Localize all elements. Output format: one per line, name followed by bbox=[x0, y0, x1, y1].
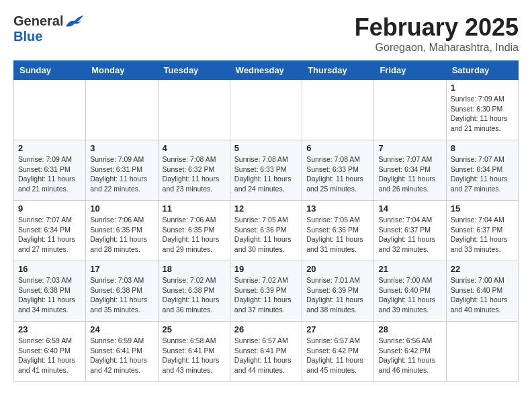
calendar-week-row: 9Sunrise: 7:07 AM Sunset: 6:34 PM Daylig… bbox=[14, 201, 519, 261]
title-section: February 2025 Goregaon, Maharashtra, Ind… bbox=[355, 13, 519, 54]
calendar-cell bbox=[14, 80, 86, 140]
calendar-cell: 19Sunrise: 7:02 AM Sunset: 6:39 PM Dayli… bbox=[230, 261, 302, 322]
day-number: 15 bbox=[451, 203, 514, 214]
day-number: 18 bbox=[163, 264, 226, 274]
calendar-header-saturday: Saturday bbox=[446, 61, 518, 80]
calendar-cell: 14Sunrise: 7:04 AM Sunset: 6:37 PM Dayli… bbox=[374, 201, 446, 261]
day-number: 21 bbox=[378, 264, 441, 274]
logo-blue-text: Blue bbox=[13, 29, 42, 44]
calendar-cell: 2Sunrise: 7:09 AM Sunset: 6:31 PM Daylig… bbox=[14, 140, 86, 201]
month-title: February 2025 bbox=[355, 13, 519, 42]
day-info: Sunrise: 6:58 AM Sunset: 6:41 PM Dayligh… bbox=[163, 336, 226, 375]
day-number: 22 bbox=[451, 264, 514, 274]
day-number: 16 bbox=[18, 264, 81, 274]
day-info: Sunrise: 6:57 AM Sunset: 6:41 PM Dayligh… bbox=[234, 336, 298, 375]
calendar-header-thursday: Thursday bbox=[302, 61, 374, 80]
calendar-cell: 23Sunrise: 6:59 AM Sunset: 6:40 PM Dayli… bbox=[14, 322, 86, 382]
logo: General Blue bbox=[13, 13, 85, 44]
day-info: Sunrise: 7:06 AM Sunset: 6:35 PM Dayligh… bbox=[163, 215, 226, 255]
day-info: Sunrise: 6:56 AM Sunset: 6:42 PM Dayligh… bbox=[378, 336, 441, 375]
day-number: 24 bbox=[90, 324, 153, 334]
day-info: Sunrise: 7:00 AM Sunset: 6:40 PM Dayligh… bbox=[451, 275, 514, 315]
calendar-week-row: 23Sunrise: 6:59 AM Sunset: 6:40 PM Dayli… bbox=[14, 322, 519, 382]
day-number: 26 bbox=[234, 324, 298, 334]
calendar-cell bbox=[158, 80, 230, 140]
calendar-cell bbox=[230, 80, 302, 140]
day-number: 10 bbox=[90, 203, 153, 214]
calendar-cell: 13Sunrise: 7:05 AM Sunset: 6:36 PM Dayli… bbox=[302, 201, 374, 261]
calendar-cell: 17Sunrise: 7:03 AM Sunset: 6:38 PM Dayli… bbox=[86, 261, 158, 322]
calendar-week-row: 2Sunrise: 7:09 AM Sunset: 6:31 PM Daylig… bbox=[14, 140, 519, 201]
calendar-cell: 15Sunrise: 7:04 AM Sunset: 6:37 PM Dayli… bbox=[446, 201, 518, 261]
page-header: General Blue February 2025 Goregaon, Mah… bbox=[13, 13, 519, 54]
calendar-cell: 26Sunrise: 6:57 AM Sunset: 6:41 PM Dayli… bbox=[230, 322, 302, 382]
calendar-cell: 27Sunrise: 6:57 AM Sunset: 6:42 PM Dayli… bbox=[302, 322, 374, 382]
calendar-header-wednesday: Wednesday bbox=[230, 61, 302, 80]
calendar-header-monday: Monday bbox=[86, 61, 158, 80]
day-info: Sunrise: 7:07 AM Sunset: 6:34 PM Dayligh… bbox=[18, 215, 81, 255]
day-number: 13 bbox=[306, 203, 369, 214]
calendar-cell: 20Sunrise: 7:01 AM Sunset: 6:39 PM Dayli… bbox=[302, 261, 374, 322]
calendar-cell: 12Sunrise: 7:05 AM Sunset: 6:36 PM Dayli… bbox=[230, 201, 302, 261]
logo-general-text: General bbox=[13, 13, 63, 29]
day-info: Sunrise: 7:08 AM Sunset: 6:32 PM Dayligh… bbox=[163, 154, 226, 194]
day-info: Sunrise: 6:57 AM Sunset: 6:42 PM Dayligh… bbox=[306, 336, 369, 375]
day-number: 19 bbox=[234, 264, 298, 274]
day-number: 1 bbox=[451, 83, 514, 93]
day-number: 14 bbox=[378, 203, 441, 214]
day-info: Sunrise: 7:03 AM Sunset: 6:38 PM Dayligh… bbox=[90, 275, 153, 315]
day-info: Sunrise: 7:01 AM Sunset: 6:39 PM Dayligh… bbox=[306, 275, 369, 315]
calendar-table: SundayMondayTuesdayWednesdayThursdayFrid… bbox=[13, 60, 519, 382]
day-number: 9 bbox=[18, 203, 81, 214]
day-info: Sunrise: 7:07 AM Sunset: 6:34 PM Dayligh… bbox=[378, 154, 441, 194]
day-info: Sunrise: 7:03 AM Sunset: 6:38 PM Dayligh… bbox=[18, 275, 81, 315]
day-info: Sunrise: 7:07 AM Sunset: 6:34 PM Dayligh… bbox=[451, 154, 514, 194]
day-info: Sunrise: 7:02 AM Sunset: 6:39 PM Dayligh… bbox=[234, 275, 298, 315]
day-number: 2 bbox=[18, 143, 81, 153]
calendar-cell: 7Sunrise: 7:07 AM Sunset: 6:34 PM Daylig… bbox=[374, 140, 446, 201]
calendar-cell: 8Sunrise: 7:07 AM Sunset: 6:34 PM Daylig… bbox=[446, 140, 518, 201]
day-number: 8 bbox=[451, 143, 514, 153]
calendar-cell: 24Sunrise: 6:59 AM Sunset: 6:41 PM Dayli… bbox=[86, 322, 158, 382]
day-number: 17 bbox=[90, 264, 153, 274]
calendar-cell: 25Sunrise: 6:58 AM Sunset: 6:41 PM Dayli… bbox=[158, 322, 230, 382]
day-number: 11 bbox=[163, 203, 226, 214]
day-number: 28 bbox=[378, 324, 441, 334]
day-number: 27 bbox=[306, 324, 369, 334]
day-info: Sunrise: 7:05 AM Sunset: 6:36 PM Dayligh… bbox=[306, 215, 369, 255]
day-number: 5 bbox=[234, 143, 298, 153]
day-info: Sunrise: 7:04 AM Sunset: 6:37 PM Dayligh… bbox=[451, 215, 514, 255]
calendar-cell: 4Sunrise: 7:08 AM Sunset: 6:32 PM Daylig… bbox=[158, 140, 230, 201]
calendar-cell: 5Sunrise: 7:08 AM Sunset: 6:33 PM Daylig… bbox=[230, 140, 302, 201]
calendar-cell bbox=[302, 80, 374, 140]
day-info: Sunrise: 7:06 AM Sunset: 6:35 PM Dayligh… bbox=[90, 215, 153, 255]
day-info: Sunrise: 6:59 AM Sunset: 6:41 PM Dayligh… bbox=[90, 336, 153, 375]
calendar-cell: 21Sunrise: 7:00 AM Sunset: 6:40 PM Dayli… bbox=[374, 261, 446, 322]
day-number: 23 bbox=[18, 324, 81, 334]
calendar-cell: 10Sunrise: 7:06 AM Sunset: 6:35 PM Dayli… bbox=[86, 201, 158, 261]
calendar-cell: 6Sunrise: 7:08 AM Sunset: 6:33 PM Daylig… bbox=[302, 140, 374, 201]
day-info: Sunrise: 7:02 AM Sunset: 6:38 PM Dayligh… bbox=[163, 275, 226, 315]
day-info: Sunrise: 7:00 AM Sunset: 6:40 PM Dayligh… bbox=[378, 275, 441, 315]
calendar-cell bbox=[446, 322, 518, 382]
calendar-week-row: 1Sunrise: 7:09 AM Sunset: 6:30 PM Daylig… bbox=[14, 80, 519, 140]
calendar-cell: 18Sunrise: 7:02 AM Sunset: 6:38 PM Dayli… bbox=[158, 261, 230, 322]
calendar-header-row: SundayMondayTuesdayWednesdayThursdayFrid… bbox=[14, 61, 519, 80]
day-number: 3 bbox=[90, 143, 153, 153]
day-info: Sunrise: 6:59 AM Sunset: 6:40 PM Dayligh… bbox=[18, 336, 81, 375]
day-number: 7 bbox=[378, 143, 441, 153]
day-info: Sunrise: 7:05 AM Sunset: 6:36 PM Dayligh… bbox=[234, 215, 298, 255]
day-info: Sunrise: 7:09 AM Sunset: 6:31 PM Dayligh… bbox=[18, 154, 81, 194]
location-title: Goregaon, Maharashtra, India bbox=[355, 42, 519, 54]
day-number: 4 bbox=[163, 143, 226, 153]
calendar-cell bbox=[374, 80, 446, 140]
logo-bird-icon bbox=[64, 14, 85, 29]
calendar-cell: 28Sunrise: 6:56 AM Sunset: 6:42 PM Dayli… bbox=[374, 322, 446, 382]
day-number: 20 bbox=[306, 264, 369, 274]
day-info: Sunrise: 7:08 AM Sunset: 6:33 PM Dayligh… bbox=[306, 154, 369, 194]
calendar-cell: 9Sunrise: 7:07 AM Sunset: 6:34 PM Daylig… bbox=[14, 201, 86, 261]
calendar-week-row: 16Sunrise: 7:03 AM Sunset: 6:38 PM Dayli… bbox=[14, 261, 519, 322]
calendar-cell: 16Sunrise: 7:03 AM Sunset: 6:38 PM Dayli… bbox=[14, 261, 86, 322]
calendar-cell: 11Sunrise: 7:06 AM Sunset: 6:35 PM Dayli… bbox=[158, 201, 230, 261]
calendar-header-friday: Friday bbox=[374, 61, 446, 80]
